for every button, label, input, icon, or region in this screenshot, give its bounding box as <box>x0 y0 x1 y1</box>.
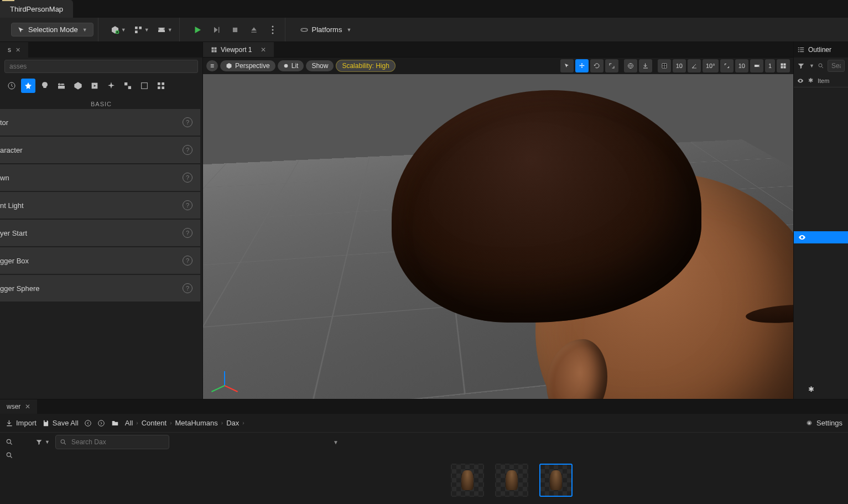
folder-thumb[interactable] <box>361 464 397 504</box>
scalability-button[interactable]: Scalability: High <box>336 60 395 72</box>
grid-snap-value[interactable]: 10 <box>673 59 686 72</box>
folder-thumb[interactable] <box>228 464 264 504</box>
folder-thumb[interactable] <box>51 464 87 504</box>
recent-icon[interactable] <box>4 79 19 93</box>
folder-button[interactable] <box>111 419 119 427</box>
rotate-tool[interactable] <box>590 59 604 72</box>
eject-button[interactable] <box>246 22 262 38</box>
grid-snap-button[interactable] <box>658 59 671 72</box>
stop-button[interactable] <box>227 22 243 38</box>
angle-snap-button[interactable] <box>688 59 701 72</box>
asset-grid[interactable] <box>0 459 848 504</box>
help-icon[interactable]: ? <box>183 283 193 293</box>
breadcrumb-part[interactable]: All <box>125 419 133 427</box>
svg-point-25 <box>284 64 288 68</box>
play-options-button[interactable] <box>265 22 280 38</box>
play-button[interactable] <box>190 22 205 38</box>
eye-icon[interactable] <box>798 233 806 241</box>
history-back-button[interactable] <box>84 419 92 427</box>
asset-thumb[interactable] <box>493 464 530 504</box>
outliner-search[interactable] <box>828 60 845 72</box>
volumes-icon[interactable] <box>137 79 152 93</box>
select-tool[interactable] <box>560 59 574 72</box>
search-icon <box>60 439 67 446</box>
actor-item[interactable]: nt Light? <box>0 192 200 219</box>
chevron-down-icon[interactable]: ▼ <box>333 439 339 445</box>
asset-thumb[interactable] <box>538 464 574 504</box>
actor-item[interactable]: gger Box? <box>0 247 200 274</box>
surface-snap-button[interactable] <box>639 59 652 72</box>
help-icon[interactable]: ? <box>183 173 193 183</box>
blueprint-button[interactable]: ▼ <box>132 22 152 38</box>
viewport-canvas[interactable] <box>203 73 793 399</box>
translate-tool[interactable] <box>575 59 589 72</box>
geometry-icon[interactable] <box>121 79 135 93</box>
history-fwd-button[interactable] <box>97 419 105 427</box>
selection-mode-button[interactable]: Selection Mode ▼ <box>11 23 93 37</box>
help-icon[interactable]: ? <box>183 200 193 210</box>
help-icon[interactable]: ? <box>183 117 193 127</box>
actor-item[interactable]: gger Sphere? <box>0 275 200 302</box>
actor-item[interactable]: tor? <box>0 109 200 136</box>
folder-thumb[interactable] <box>139 464 176 504</box>
filter-button[interactable]: ▼ <box>35 435 50 449</box>
fx-icon[interactable] <box>104 79 118 93</box>
scale-snap-button[interactable] <box>720 59 733 72</box>
skip-button[interactable] <box>209 22 224 38</box>
lights-icon[interactable] <box>38 79 52 93</box>
camera-speed-button[interactable] <box>750 59 763 72</box>
scale-tool[interactable] <box>605 59 618 72</box>
media-icon[interactable] <box>87 79 102 93</box>
folder-thumb[interactable] <box>272 464 309 504</box>
folder-thumb[interactable] <box>7 464 43 504</box>
content-browser-tab[interactable]: wser ✕ <box>0 399 37 414</box>
help-icon[interactable]: ? <box>183 256 193 266</box>
filter-button[interactable] <box>797 62 805 70</box>
shapes-icon[interactable] <box>71 79 85 93</box>
close-icon[interactable]: ✕ <box>15 46 20 54</box>
viewport-tab[interactable]: Viewport 1 ✕ <box>203 42 274 57</box>
breadcrumb-part[interactable]: MetaHumans <box>175 419 218 427</box>
cinematic-icon[interactable] <box>54 79 69 93</box>
basic-icon[interactable] <box>21 79 35 93</box>
viewport-layout-button[interactable] <box>777 59 790 72</box>
close-icon[interactable]: ✕ <box>25 403 30 411</box>
tree-search-button-2[interactable] <box>6 451 13 459</box>
folder-thumb[interactable] <box>316 464 353 504</box>
help-icon[interactable]: ? <box>183 145 193 155</box>
actor-item[interactable]: wn? <box>0 164 200 191</box>
content-search[interactable] <box>55 435 169 449</box>
actor-item[interactable]: yer Start? <box>0 220 200 246</box>
lit-button[interactable]: Lit <box>278 60 304 71</box>
angle-snap-value[interactable]: 10° <box>703 59 719 72</box>
pin-icon[interactable]: ✱ <box>808 385 814 393</box>
save-all-button[interactable]: Save All <box>42 419 79 427</box>
viewport-menu-button[interactable]: ≡ <box>206 60 218 71</box>
perspective-button[interactable]: Perspective <box>220 60 275 71</box>
breadcrumb-part[interactable]: Content <box>142 419 167 427</box>
settings-button[interactable]: Settings <box>805 419 842 427</box>
camera-speed-value[interactable]: 1 <box>765 59 775 72</box>
folder-thumb[interactable] <box>184 464 220 504</box>
all-icon[interactable] <box>154 79 168 93</box>
map-tab[interactable]: ThirdPersonMap <box>0 0 73 18</box>
folder-thumb[interactable] <box>405 464 441 504</box>
folder-thumb[interactable] <box>95 464 132 504</box>
coord-space-button[interactable] <box>624 59 637 72</box>
cinematics-button[interactable]: ▼ <box>155 22 175 38</box>
show-button[interactable]: Show <box>306 60 334 71</box>
place-actors-tab[interactable]: s ✕ <box>0 42 28 58</box>
outliner-selected-row[interactable] <box>794 231 848 243</box>
actor-item[interactable]: aracter? <box>0 137 200 163</box>
close-icon[interactable]: ✕ <box>261 46 266 54</box>
scale-snap-value[interactable]: 10 <box>735 59 748 72</box>
place-actors-search[interactable] <box>4 60 198 73</box>
platforms-button[interactable]: Platforms ▼ <box>295 23 356 37</box>
breadcrumb-part[interactable]: Dax <box>226 419 239 427</box>
outliner-rows[interactable]: ✱ <box>794 87 848 399</box>
asset-thumb[interactable] <box>449 464 486 504</box>
help-icon[interactable]: ? <box>183 228 193 238</box>
tree-search-button[interactable] <box>6 438 13 446</box>
add-content-button[interactable]: ▼ <box>108 22 128 38</box>
import-button[interactable]: Import <box>6 419 37 427</box>
